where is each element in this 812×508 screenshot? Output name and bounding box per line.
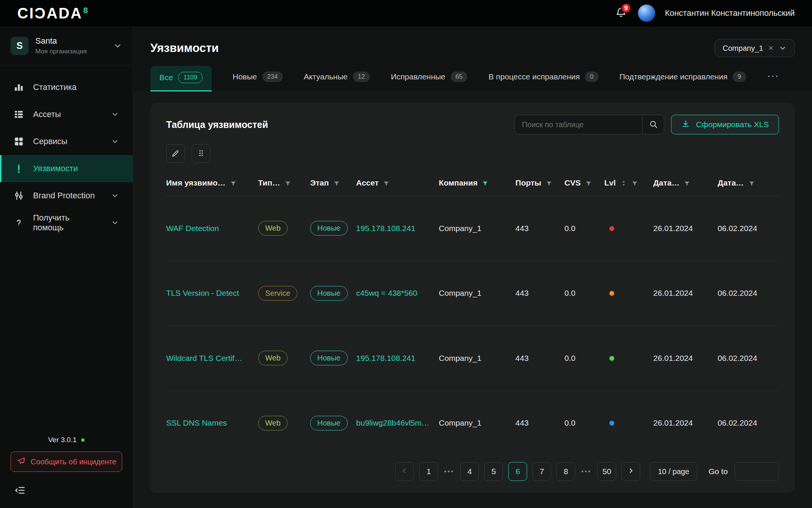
chevron-down-icon — [111, 192, 119, 200]
filter-icon[interactable] — [482, 179, 488, 186]
vulnerability-name-link[interactable]: SSL DNS Names — [166, 418, 227, 427]
company-cell: Company_1 — [439, 354, 515, 363]
tab-4[interactable]: В процессе исправления0 — [488, 65, 598, 91]
asset-link[interactable]: 195.178.108.241 — [356, 354, 415, 362]
sidebar-item-label: Сервисы — [33, 137, 67, 146]
date-updated-cell: 06.02.2024 — [718, 224, 779, 233]
page-size-select[interactable]: 10 / page — [650, 462, 697, 481]
pagination-page-7[interactable]: 7 — [532, 462, 551, 481]
filter-icon[interactable] — [546, 179, 552, 186]
column-label: Этап — [310, 178, 329, 187]
column-header-1: Тип… — [258, 178, 311, 187]
org-selector[interactable]: S Santa Моя организация — [0, 26, 133, 65]
filter-icon[interactable] — [632, 179, 638, 186]
tab-3[interactable]: Исправленные65 — [391, 65, 468, 91]
sidebar-item-1[interactable]: Ассеты — [0, 101, 133, 128]
table-row: WAF DetectionWebНовые195.178.108.241Comp… — [166, 196, 779, 261]
pagination-page-6[interactable]: 6 — [508, 462, 527, 481]
vulnerability-name-link[interactable]: TLS Version - Detect — [166, 289, 239, 297]
sidebar-item-3[interactable]: Уязвимости — [0, 155, 133, 182]
services-icon — [14, 136, 24, 147]
export-xls-button[interactable]: Сформировать XLS — [671, 115, 779, 134]
tab-5[interactable]: Подтверждение исправления9 — [620, 65, 746, 91]
search-input[interactable] — [515, 115, 642, 134]
main-area: Уязвимости Company_1 × Все1109Новые234Ак… — [133, 26, 812, 508]
close-icon[interactable]: × — [768, 44, 773, 52]
stage-badge: Новые — [310, 286, 348, 301]
pagination-page-1[interactable]: 1 — [419, 462, 438, 481]
tab-0[interactable]: Все1109 — [150, 66, 212, 91]
tab-label: Актуальные — [304, 72, 348, 81]
table-title: Таблица уязвимостей — [166, 119, 268, 130]
help-icon — [14, 217, 24, 228]
sidebar-item-label: Brand Protection — [33, 191, 95, 201]
pagination-next-button[interactable] — [621, 462, 640, 481]
collapse-sidebar-icon[interactable] — [14, 485, 26, 496]
edit-columns-button[interactable] — [166, 144, 185, 163]
report-incident-button[interactable]: Сообщить об инциденте — [11, 452, 122, 472]
sidebar-item-5[interactable]: Получить помощь — [0, 209, 133, 236]
search-icon — [649, 120, 658, 130]
user-name[interactable]: Константин Константинопольский — [665, 8, 795, 18]
chevron-down-icon — [111, 110, 119, 119]
column-label: Компания — [439, 178, 477, 187]
reorder-columns-button[interactable] — [192, 144, 211, 163]
column-label: Порты — [515, 178, 541, 187]
sidebar-item-4[interactable]: Brand Protection — [0, 182, 133, 209]
chevron-right-icon — [627, 467, 635, 476]
sidebar-item-2[interactable]: Сервисы — [0, 128, 133, 155]
tabs-more-button[interactable]: ··· — [767, 70, 779, 91]
sidebar-menu: СтатистикаАссетыСервисыУязвимостиBrand P… — [0, 74, 133, 236]
tab-label: В процессе исправления — [488, 72, 580, 81]
date-updated-cell: 06.02.2024 — [718, 289, 779, 298]
filter-icon[interactable] — [285, 179, 291, 186]
chevron-down-icon[interactable] — [779, 44, 787, 52]
pagination-page-50[interactable]: 50 — [597, 462, 616, 481]
tab-2[interactable]: Актуальные12 — [304, 65, 370, 91]
app-logo: CIƆADA8 — [17, 6, 89, 21]
column-label: CVS — [564, 178, 580, 187]
sort-icon[interactable] — [620, 179, 627, 186]
filter-icon[interactable] — [684, 179, 690, 186]
report-incident-label: Сообщить об инциденте — [31, 458, 117, 466]
org-avatar: S — [11, 37, 29, 55]
ports-cell: 443 — [515, 354, 564, 363]
filter-icon[interactable] — [230, 179, 236, 186]
sidebar-item-0[interactable]: Статистика — [0, 74, 133, 101]
notifications-button[interactable]: 9 — [615, 7, 628, 20]
pagination-prev-button[interactable] — [395, 462, 414, 481]
filter-icon[interactable] — [383, 179, 389, 186]
pagination-page-5[interactable]: 5 — [484, 462, 503, 481]
level-indicator — [609, 291, 614, 296]
asset-link[interactable]: 195.178.108.241 — [356, 224, 415, 233]
vulnerability-name-link[interactable]: WAF Detection — [166, 224, 219, 233]
pagination-page-4[interactable]: 4 — [460, 462, 479, 481]
filter-icon[interactable] — [748, 179, 755, 186]
filter-icon[interactable] — [585, 179, 592, 186]
tab-count-badge: 1109 — [178, 72, 203, 83]
cvs-cell: 0.0 — [564, 289, 604, 298]
filter-icon[interactable] — [333, 179, 340, 186]
tab-1[interactable]: Новые234 — [233, 65, 283, 91]
type-badge: Service — [258, 286, 298, 301]
export-xls-label: Сформировать XLS — [696, 120, 769, 129]
company-cell: Company_1 — [439, 224, 515, 233]
company-cell: Company_1 — [439, 418, 515, 427]
vulnerabilities-card: Таблица уязвимостей Сформировать XLS — [150, 103, 795, 493]
asset-link[interactable]: c45wq = 438*560 — [356, 289, 417, 297]
vulnerability-name-link[interactable]: Wildcard TLS Certif… — [166, 354, 242, 362]
pagination: 1•••45678•••5010 / pageGo to — [150, 455, 795, 493]
pagination-page-8[interactable]: 8 — [556, 462, 575, 481]
date-detected-cell: 26.01.2024 — [653, 418, 718, 427]
ports-cell: 443 — [515, 418, 564, 427]
table-row: Wildcard TLS Certif…WebНовые195.178.108.… — [166, 325, 779, 391]
goto-page-input[interactable] — [735, 462, 779, 481]
tab-count-badge: 9 — [733, 71, 746, 82]
drag-handle-icon — [197, 149, 206, 159]
type-badge: Web — [258, 221, 288, 236]
search-button[interactable] — [642, 115, 664, 134]
user-avatar[interactable] — [638, 5, 655, 22]
ports-cell: 443 — [515, 224, 564, 233]
company-filter-chip[interactable]: Company_1 × — [715, 39, 795, 57]
asset-link[interactable]: bu9liwg28b46vl5m… — [356, 418, 429, 427]
